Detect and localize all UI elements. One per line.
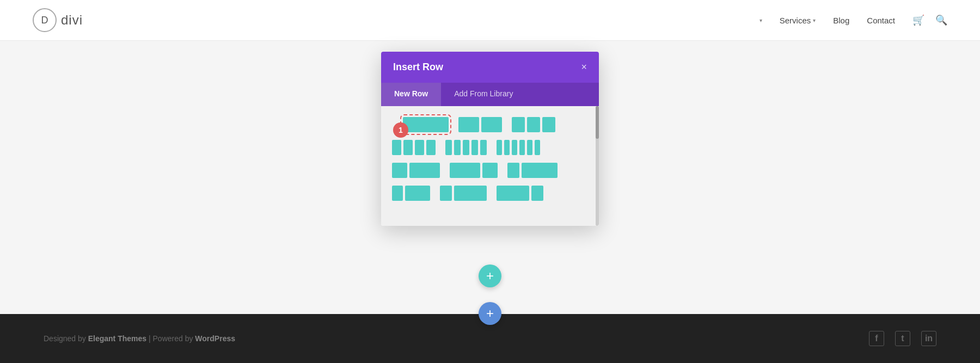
layout-row-2 bbox=[392, 140, 580, 155]
nav-item-contact[interactable]: Contact bbox=[867, 16, 895, 25]
layout-grid: 1 bbox=[392, 117, 588, 201]
logo-name: divi bbox=[61, 13, 83, 28]
layout-row-1: 1 bbox=[403, 117, 580, 132]
col-block bbox=[392, 186, 403, 201]
col-block bbox=[482, 163, 498, 178]
modal-title: Insert Row bbox=[393, 61, 443, 73]
col-block bbox=[454, 186, 487, 201]
col-block bbox=[535, 140, 540, 155]
col-block bbox=[527, 140, 532, 155]
layout-2-1col[interactable] bbox=[450, 163, 498, 178]
modal-close-button[interactable]: × bbox=[581, 61, 587, 73]
elegant-themes-link[interactable]: Elegant Themes bbox=[88, 334, 146, 343]
layout-5col[interactable] bbox=[445, 140, 487, 155]
nav-item-more[interactable]: ▾ bbox=[759, 17, 762, 23]
nav-area: ▾ Services ▾ Blog Contact 🛒 🔍 bbox=[759, 14, 947, 26]
col-block bbox=[440, 186, 452, 201]
nav-item-blog[interactable]: Blog bbox=[833, 16, 849, 25]
header: D divi ▾ Services ▾ Blog Contact 🛒 🔍 bbox=[0, 0, 980, 41]
add-row-button[interactable]: + bbox=[479, 264, 501, 287]
instagram-icon[interactable]: in bbox=[921, 331, 936, 346]
cart-button[interactable]: 🛒 bbox=[912, 14, 924, 26]
nav-item-services[interactable]: Services ▾ bbox=[780, 16, 816, 25]
layout-mixed-a[interactable] bbox=[440, 186, 487, 201]
tab-add-from-library[interactable]: Add From Library bbox=[441, 83, 526, 106]
col-block bbox=[403, 117, 449, 132]
layout-1-2col[interactable] bbox=[392, 163, 440, 178]
search-button[interactable]: 🔍 bbox=[935, 14, 947, 26]
col-block bbox=[392, 140, 401, 155]
footer: + Designed by Elegant Themes | Powered b… bbox=[0, 314, 980, 363]
insert-row-modal: Insert Row × New Row Add From Library 1 bbox=[381, 52, 599, 226]
col-block bbox=[512, 117, 525, 132]
col-block bbox=[392, 163, 407, 178]
modal-header: Insert Row × bbox=[381, 52, 599, 83]
main-content: Insert Row × New Row Add From Library 1 bbox=[0, 41, 980, 314]
wordpress-link[interactable]: WordPress bbox=[195, 334, 235, 343]
twitter-icon[interactable]: t bbox=[895, 331, 910, 346]
col-block bbox=[471, 140, 478, 155]
layout-1-3col[interactable] bbox=[507, 163, 558, 178]
chevron-down-icon: ▾ bbox=[813, 17, 816, 23]
layout-mixed-b[interactable] bbox=[497, 186, 543, 201]
nav-icons: 🛒 🔍 bbox=[912, 14, 947, 26]
footer-credits: Designed by Elegant Themes | Powered by … bbox=[44, 334, 235, 343]
col-block bbox=[463, 140, 469, 155]
col-block bbox=[542, 117, 555, 132]
col-block bbox=[497, 140, 502, 155]
layout-3col[interactable] bbox=[512, 117, 555, 132]
modal-body: 1 bbox=[381, 106, 599, 226]
col-block bbox=[405, 186, 430, 201]
layout-1-2-1col[interactable] bbox=[392, 186, 430, 201]
logo-d-icon: D bbox=[33, 8, 57, 32]
layout-row-4 bbox=[392, 186, 580, 201]
col-block bbox=[507, 163, 519, 178]
col-block bbox=[458, 117, 479, 132]
layout-6col[interactable] bbox=[497, 140, 540, 155]
col-block bbox=[531, 186, 543, 201]
scrollbar-thumb[interactable] bbox=[596, 106, 599, 139]
chevron-down-icon: ▾ bbox=[759, 17, 762, 23]
layout-row-3 bbox=[392, 163, 580, 178]
layout-1col[interactable] bbox=[403, 117, 449, 132]
col-block bbox=[512, 140, 517, 155]
col-block bbox=[522, 163, 558, 178]
col-block bbox=[409, 163, 440, 178]
col-block bbox=[480, 140, 487, 155]
facebook-icon[interactable]: f bbox=[869, 331, 884, 346]
add-section-button[interactable]: + bbox=[479, 302, 501, 325]
col-block bbox=[497, 186, 529, 201]
col-block bbox=[445, 140, 452, 155]
col-block bbox=[426, 140, 436, 155]
footer-social-icons: f t in bbox=[869, 331, 936, 346]
col-block bbox=[403, 140, 413, 155]
logo-area: D divi bbox=[33, 8, 83, 32]
layout-2col[interactable] bbox=[458, 117, 502, 132]
col-block bbox=[415, 140, 424, 155]
col-block bbox=[504, 140, 510, 155]
row-number-badge: 1 bbox=[393, 122, 408, 138]
tab-new-row[interactable]: New Row bbox=[381, 83, 441, 106]
col-block bbox=[450, 163, 480, 178]
col-block bbox=[527, 117, 540, 132]
col-block bbox=[519, 140, 525, 155]
layout-4col[interactable] bbox=[392, 140, 436, 155]
modal-tabs: New Row Add From Library bbox=[381, 83, 599, 106]
col-block bbox=[481, 117, 502, 132]
col-block bbox=[454, 140, 461, 155]
